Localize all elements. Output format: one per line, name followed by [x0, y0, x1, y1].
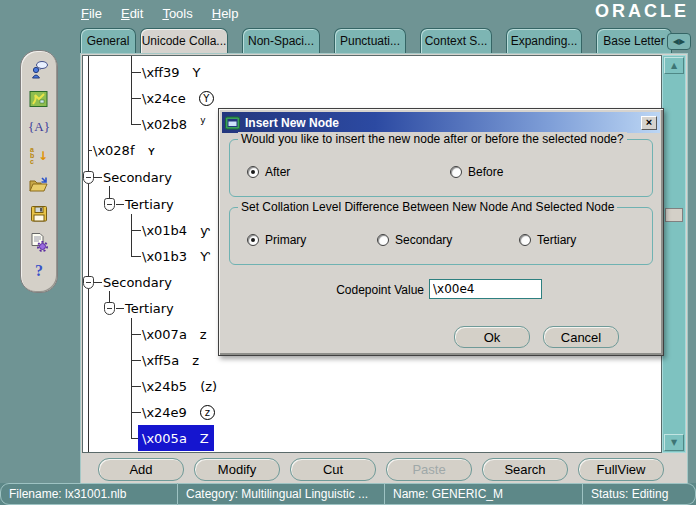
generate-gear-icon[interactable] — [27, 231, 51, 253]
oracle-logo: ORACLE — [595, 1, 689, 22]
radio-after-label: After — [265, 165, 290, 179]
radio-primary[interactable]: Primary — [247, 233, 306, 247]
insert-new-node-dialog: Insert New Node × Would you like to inse… — [218, 108, 664, 356]
tree-node-selected[interactable]: \x005aZ — [138, 425, 214, 451]
dialog-icon — [225, 116, 240, 130]
tree-expander[interactable] — [104, 198, 115, 211]
tree-node[interactable]: \xff5az — [142, 347, 199, 373]
tree-node[interactable]: \x24e9z — [142, 399, 215, 425]
open-folder-icon[interactable] — [27, 174, 51, 196]
user-comment-glyph — [29, 60, 49, 80]
tree-node[interactable]: \xff39Y — [142, 59, 201, 85]
charset-icon[interactable]: {A} — [27, 116, 51, 138]
sort-letters-icon[interactable]: abc ↓ — [27, 145, 51, 167]
side-toolbar: {A} abc ↓ ? — [20, 50, 58, 293]
save-glyph — [30, 205, 49, 223]
tree-scrollbar[interactable]: ▲ ▼ — [662, 55, 686, 453]
close-icon[interactable]: × — [641, 116, 657, 130]
modify-button[interactable]: Modify — [194, 458, 280, 481]
tab-context-sensitive[interactable]: Context S... — [420, 28, 492, 53]
tab-unicode-collation[interactable]: Unicode Colla... — [140, 28, 228, 53]
radio-tertiary-label: Tertiary — [537, 233, 576, 247]
paste-button: Paste — [386, 458, 472, 481]
radio-circle-icon — [247, 166, 259, 178]
cancel-button[interactable]: Cancel — [543, 326, 619, 348]
generate-gear-glyph — [29, 232, 49, 252]
radio-circle-icon — [377, 234, 389, 246]
tree-node[interactable]: \x007az — [142, 321, 207, 347]
status-editing: Status: Editing — [583, 483, 696, 505]
tab-scroll-icon[interactable]: ◀▶ — [667, 33, 691, 50]
tree-node[interactable]: \x24ceY — [142, 85, 214, 111]
charset-glyph: {A} — [28, 119, 50, 135]
tab-general[interactable]: General — [80, 28, 136, 53]
ok-button[interactable]: Ok — [454, 326, 530, 348]
add-button[interactable]: Add — [98, 458, 184, 481]
tree-expander[interactable] — [104, 302, 115, 315]
radio-tertiary[interactable]: Tertiary — [519, 233, 576, 247]
tree-node-tertiary[interactable]: Tertiary — [125, 191, 174, 217]
collation-level-group: Set Collation Level Difference Between N… — [229, 207, 653, 265]
tree-node[interactable]: \x028fʏ — [93, 137, 155, 163]
tree-expander[interactable] — [83, 276, 94, 289]
scroll-down-icon[interactable]: ▼ — [664, 434, 684, 451]
tree-node-secondary[interactable]: Secondary — [103, 269, 172, 295]
tab-punctuation[interactable]: Punctuati... — [334, 28, 406, 53]
tree-node[interactable]: \x24b5(z) — [142, 373, 217, 399]
radio-secondary[interactable]: Secondary — [377, 233, 452, 247]
cut-button[interactable]: Cut — [290, 458, 376, 481]
map-icon[interactable] — [27, 88, 51, 110]
tree-node[interactable]: \x01b3Ƴ — [142, 243, 210, 269]
radio-before-label: Before — [468, 165, 503, 179]
tab-bar: General Unicode Colla... Non-Spaci... Pu… — [80, 28, 672, 53]
menu-tools[interactable]: Tools — [162, 6, 192, 21]
scrollbar-thumb[interactable] — [665, 208, 683, 222]
dialog-titlebar[interactable]: Insert New Node × — [222, 112, 660, 133]
tree-node[interactable]: \x01b4ƴ — [142, 217, 210, 243]
tab-expanding[interactable]: Expanding... — [506, 28, 582, 53]
radio-after[interactable]: After — [247, 165, 290, 179]
radio-circle-icon — [519, 234, 531, 246]
radio-before[interactable]: Before — [450, 165, 503, 179]
insert-position-question: Would you like to insert the new node af… — [238, 132, 627, 146]
user-comment-icon[interactable] — [27, 59, 51, 81]
radio-primary-label: Primary — [265, 233, 306, 247]
radio-secondary-label: Secondary — [395, 233, 452, 247]
fullview-button[interactable]: FullView — [578, 458, 664, 481]
menu-edit[interactable]: Edit — [121, 6, 143, 21]
map-glyph — [29, 90, 49, 108]
help-glyph: ? — [35, 262, 43, 280]
codepoint-value-input[interactable] — [429, 279, 542, 299]
search-button[interactable]: Search — [482, 458, 568, 481]
dialog-title: Insert New Node — [245, 116, 339, 130]
tab-base-letter[interactable]: Base Letter — [596, 28, 672, 53]
collation-level-title: Set Collation Level Difference Between N… — [238, 200, 617, 214]
sort-letters-glyph: abc ↓ — [30, 147, 48, 165]
help-icon[interactable]: ? — [27, 260, 51, 282]
insert-position-group: Would you like to insert the new node af… — [229, 139, 653, 197]
radio-circle-icon — [247, 234, 259, 246]
menu-help[interactable]: Help — [212, 6, 239, 21]
radio-circle-icon — [450, 166, 462, 178]
scroll-up-icon[interactable]: ▲ — [664, 57, 684, 74]
status-bar: Filename: lx31001.nlb Category: Multilin… — [0, 483, 696, 505]
status-name: Name: GENERIC_M — [385, 483, 583, 505]
tree-node[interactable]: \x02b8y — [142, 111, 205, 137]
tree-node-secondary[interactable]: Secondary — [103, 164, 172, 190]
menu-bar: File Edit Tools Help — [0, 0, 696, 26]
menu-file[interactable]: File — [81, 6, 102, 21]
save-icon[interactable] — [27, 203, 51, 225]
tab-non-spacing[interactable]: Non-Spaci... — [242, 28, 320, 53]
status-category: Category: Multilingual Linguistic ... — [178, 483, 385, 505]
action-button-row: Add Modify Cut Paste Search FullView — [81, 454, 687, 484]
tree-node-tertiary[interactable]: Tertiary — [125, 295, 174, 321]
open-folder-glyph — [28, 176, 50, 194]
tree-expander[interactable] — [83, 171, 94, 184]
status-filename: Filename: lx31001.nlb — [0, 483, 178, 505]
codepoint-value-label: Codepoint Value — [327, 283, 424, 297]
